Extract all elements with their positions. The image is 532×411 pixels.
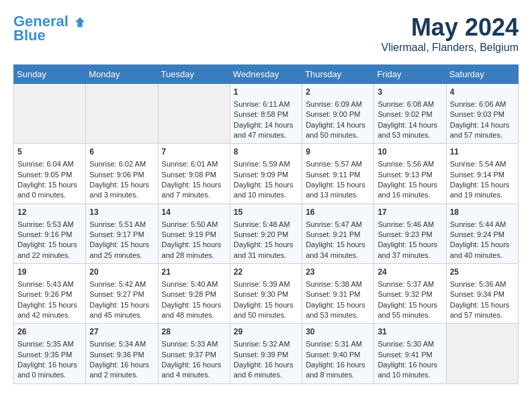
cell-info: Daylight: 15 hours: [450, 300, 515, 310]
cell-info: Daylight: 15 hours: [234, 240, 298, 250]
cell-info: and 2 minutes.: [89, 370, 154, 380]
cell-info: Sunset: 9:24 PM: [450, 230, 515, 240]
calendar-cell: 9Sunrise: 5:57 AMSunset: 9:11 PMDaylight…: [302, 144, 374, 203]
cell-info: and 22 minutes.: [17, 250, 82, 261]
cell-info: and 57 minutes.: [450, 130, 515, 140]
cell-info: Daylight: 14 hours: [450, 120, 515, 130]
calendar-cell: 27Sunrise: 5:34 AMSunset: 9:36 PMDayligh…: [86, 324, 158, 383]
cell-info: and 13 minutes.: [306, 190, 370, 200]
logo: General Blue: [13, 13, 86, 44]
day-number: 30: [306, 326, 370, 338]
calendar-cell: 25Sunrise: 5:36 AMSunset: 9:34 PMDayligh…: [446, 264, 518, 324]
cell-info: Daylight: 15 hours: [234, 180, 298, 190]
cell-info: and 0 minutes.: [17, 370, 82, 380]
cell-info: Sunrise: 5:44 AM: [450, 220, 515, 230]
cell-info: Daylight: 15 hours: [306, 240, 370, 250]
day-number: 15: [234, 207, 298, 218]
cell-info: Sunrise: 5:51 AM: [89, 220, 154, 230]
weekday-header-wednesday: Wednesday: [230, 65, 302, 84]
cell-info: Sunset: 9:23 PM: [378, 230, 442, 240]
calendar-cell: 7Sunrise: 6:01 AMSunset: 9:08 PMDaylight…: [158, 144, 230, 203]
cell-info: Daylight: 16 hours: [306, 360, 370, 370]
calendar-cell: 19Sunrise: 5:43 AMSunset: 9:26 PMDayligh…: [14, 264, 86, 324]
cell-info: Daylight: 14 hours: [306, 120, 370, 130]
cell-info: Daylight: 15 hours: [89, 300, 154, 310]
calendar-cell: 13Sunrise: 5:51 AMSunset: 9:17 PMDayligh…: [86, 203, 158, 263]
cell-info: and 53 minutes.: [378, 130, 442, 140]
cell-info: Sunrise: 6:06 AM: [450, 99, 515, 109]
cell-info: Sunrise: 5:39 AM: [234, 279, 298, 289]
cell-info: Sunrise: 6:04 AM: [17, 159, 82, 169]
cell-info: Sunrise: 6:02 AM: [89, 159, 154, 169]
day-number: 10: [378, 146, 442, 158]
weekday-header-tuesday: Tuesday: [158, 65, 230, 84]
calendar-cell: 6Sunrise: 6:02 AMSunset: 9:06 PMDaylight…: [86, 144, 158, 203]
cell-info: Daylight: 15 hours: [162, 180, 226, 190]
calendar-cell: 14Sunrise: 5:50 AMSunset: 9:19 PMDayligh…: [158, 203, 230, 263]
weekday-header-thursday: Thursday: [302, 65, 374, 84]
day-number: 3: [378, 87, 442, 98]
cell-info: Sunrise: 5:40 AM: [162, 279, 226, 289]
week-row-2: 5Sunrise: 6:04 AMSunset: 9:05 PMDaylight…: [14, 144, 519, 203]
cell-info: Sunset: 9:05 PM: [17, 170, 82, 180]
cell-info: and 55 minutes.: [378, 310, 442, 320]
cell-info: and 7 minutes.: [162, 190, 226, 200]
cell-info: Sunrise: 6:01 AM: [162, 159, 226, 169]
cell-info: and 50 minutes.: [306, 130, 370, 140]
cell-info: and 6 minutes.: [234, 370, 298, 380]
header-row: SundayMondayTuesdayWednesdayThursdayFrid…: [14, 65, 519, 84]
cell-info: Daylight: 14 hours: [234, 120, 298, 130]
day-number: 8: [234, 146, 298, 158]
cell-info: Sunset: 9:26 PM: [17, 289, 82, 300]
cell-info: Daylight: 16 hours: [378, 360, 442, 370]
cell-info: Sunrise: 5:56 AM: [378, 159, 442, 169]
cell-info: Daylight: 16 hours: [17, 360, 82, 370]
day-number: 29: [234, 326, 298, 338]
cell-info: Sunset: 9:19 PM: [162, 230, 226, 240]
cell-info: Sunrise: 5:37 AM: [378, 279, 442, 289]
cell-info: Sunset: 9:20 PM: [234, 230, 298, 240]
day-number: 19: [17, 267, 82, 278]
cell-info: Sunrise: 5:31 AM: [306, 339, 370, 349]
week-row-1: 1Sunrise: 6:11 AMSunset: 8:58 PMDaylight…: [14, 84, 519, 144]
cell-info: Sunset: 9:09 PM: [234, 170, 298, 180]
cell-info: Sunrise: 5:59 AM: [234, 159, 298, 169]
weekday-header-monday: Monday: [86, 65, 158, 84]
cell-info: Sunrise: 5:46 AM: [378, 220, 442, 230]
cell-info: and 50 minutes.: [234, 310, 298, 320]
cell-info: Sunset: 9:30 PM: [234, 289, 298, 300]
cell-info: Sunset: 9:00 PM: [306, 109, 370, 120]
day-number: 5: [17, 146, 82, 158]
cell-info: Sunset: 9:41 PM: [378, 350, 442, 360]
cell-info: Sunrise: 5:50 AM: [162, 220, 226, 230]
calendar-cell: 1Sunrise: 6:11 AMSunset: 8:58 PMDaylight…: [230, 84, 302, 144]
cell-info: and 19 minutes.: [450, 190, 515, 200]
calendar-table: SundayMondayTuesdayWednesdayThursdayFrid…: [13, 64, 519, 384]
title-area: May 2024 Vliermaal, Flanders, Belgium: [381, 13, 519, 54]
cell-info: and 37 minutes.: [378, 250, 442, 261]
day-number: 12: [17, 207, 82, 218]
cell-info: and 10 minutes.: [378, 370, 442, 380]
weekday-header-sunday: Sunday: [14, 65, 86, 84]
calendar-cell: 29Sunrise: 5:32 AMSunset: 9:39 PMDayligh…: [230, 324, 302, 383]
cell-info: Sunset: 9:27 PM: [89, 289, 154, 300]
cell-info: Sunrise: 5:33 AM: [162, 339, 226, 349]
calendar-cell: 30Sunrise: 5:31 AMSunset: 9:40 PMDayligh…: [302, 324, 374, 383]
calendar-cell: [86, 84, 158, 144]
calendar-cell: [158, 84, 230, 144]
cell-info: Sunset: 9:32 PM: [378, 289, 442, 300]
cell-info: Sunset: 9:34 PM: [450, 289, 515, 300]
cell-info: Sunrise: 5:48 AM: [234, 220, 298, 230]
calendar-cell: 20Sunrise: 5:42 AMSunset: 9:27 PMDayligh…: [86, 264, 158, 324]
cell-info: Daylight: 15 hours: [378, 180, 442, 190]
location: Vliermaal, Flanders, Belgium: [381, 42, 519, 54]
cell-info: and 0 minutes.: [17, 190, 82, 200]
cell-info: Sunrise: 5:54 AM: [450, 159, 515, 169]
cell-info: Sunset: 9:06 PM: [89, 170, 154, 180]
calendar-cell: 24Sunrise: 5:37 AMSunset: 9:32 PMDayligh…: [374, 264, 446, 324]
cell-info: Daylight: 16 hours: [234, 360, 298, 370]
cell-info: Daylight: 15 hours: [89, 240, 154, 250]
day-number: 21: [162, 267, 226, 278]
cell-info: Sunrise: 5:42 AM: [89, 279, 154, 289]
cell-info: Sunrise: 5:35 AM: [17, 339, 82, 349]
